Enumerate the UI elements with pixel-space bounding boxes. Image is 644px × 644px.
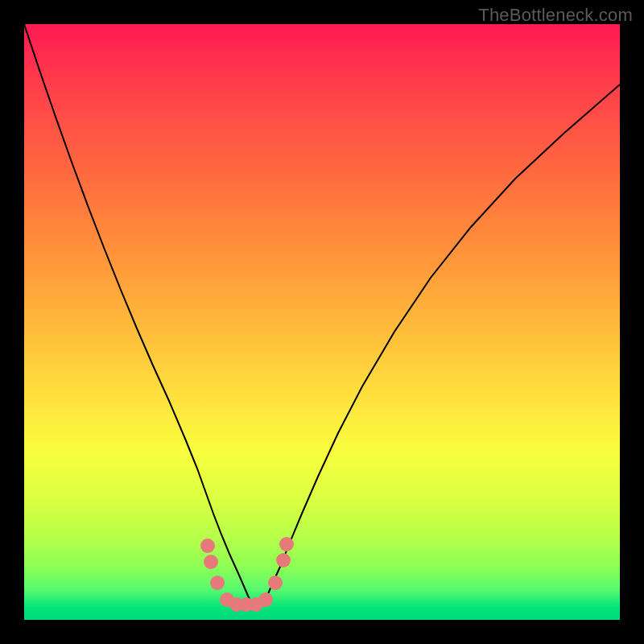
curve-marker-dot [200,539,215,553]
watermark-text: TheBottleneck.com [478,5,633,26]
curve-marker-dot [204,555,218,569]
curve-marker-dot [268,576,283,590]
curve-marker-dot [279,537,294,551]
curve-marker-dot [258,592,273,607]
curve-marker-dot [276,553,291,568]
chart-frame: TheBottleneck.com [0,0,644,644]
curve-markers [200,537,294,612]
bottleneck-curve [24,24,620,605]
plot-area [24,24,620,620]
curve-svg [24,24,620,620]
curve-marker-dot [210,576,225,590]
